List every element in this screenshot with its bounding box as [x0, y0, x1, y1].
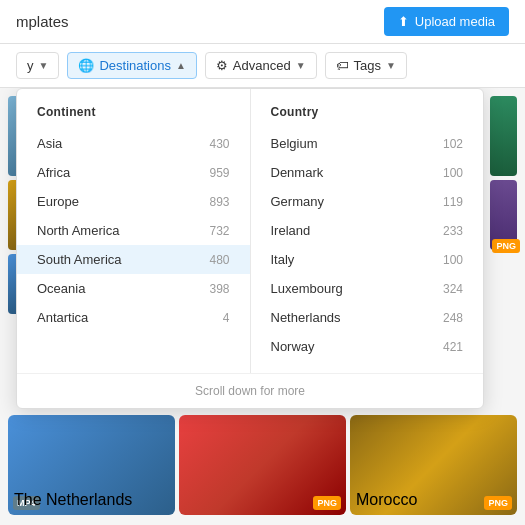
png-badge-mid: PNG — [313, 496, 341, 510]
main-content: PNG Continent Asia 430 Africa 959 Europe… — [0, 88, 525, 525]
continent-count-europe: 893 — [209, 195, 229, 209]
continent-count-asia: 430 — [209, 137, 229, 151]
continent-count-antartica: 4 — [223, 311, 230, 325]
country-name-denmark: Denmark — [271, 165, 324, 180]
continent-item-north-america[interactable]: North America 732 — [17, 216, 250, 245]
continent-name-south-america: South America — [37, 252, 122, 267]
continent-item-south-america[interactable]: South America 480 — [17, 245, 250, 274]
country-name-luxembourg: Luxembourg — [271, 281, 343, 296]
sliders-icon: ⚙ — [216, 58, 228, 73]
country-item-ireland[interactable]: Ireland 233 — [251, 216, 484, 245]
continent-item-africa[interactable]: Africa 959 — [17, 158, 250, 187]
thumbnail-flower-fields[interactable]: PNG — [179, 415, 346, 515]
country-item-luxembourg[interactable]: Luxembourg 324 — [251, 274, 484, 303]
continent-name-europe: Europe — [37, 194, 79, 209]
tag-icon: 🏷 — [336, 58, 349, 73]
filter-type-label: y — [27, 58, 34, 73]
country-name-germany: Germany — [271, 194, 324, 209]
thumbnail-netherlands[interactable]: MP4 The Netherlands — [8, 415, 175, 515]
thumbnail-row: MP4 The Netherlands PNG PNG Morocco — [0, 415, 525, 525]
continent-name-north-america: North America — [37, 223, 119, 238]
thumbnail-morocco[interactable]: PNG Morocco — [350, 415, 517, 515]
filter-type-button[interactable]: y ▼ — [16, 52, 59, 79]
country-item-belgium[interactable]: Belgium 102 — [251, 129, 484, 158]
png-badge-morocco: PNG — [484, 496, 512, 510]
country-item-germany[interactable]: Germany 119 — [251, 187, 484, 216]
page-title: mplates — [16, 13, 69, 30]
globe-icon: 🌐 — [78, 58, 94, 73]
continent-name-asia: Asia — [37, 136, 62, 151]
country-count-netherlands: 248 — [443, 311, 463, 325]
chevron-up-icon: ▲ — [176, 60, 186, 71]
continent-count-oceania: 398 — [209, 282, 229, 296]
country-item-denmark[interactable]: Denmark 100 — [251, 158, 484, 187]
thumbnail-morocco-label: Morocco — [356, 491, 417, 509]
chevron-down-icon: ▼ — [39, 60, 49, 71]
continent-item-antartica[interactable]: Antartica 4 — [17, 303, 250, 332]
country-column: Country Belgium 102 Denmark 100 Germany … — [251, 89, 484, 373]
continent-column: Continent Asia 430 Africa 959 Europe 893… — [17, 89, 251, 373]
country-count-belgium: 102 — [443, 137, 463, 151]
country-count-germany: 119 — [443, 195, 463, 209]
continent-name-oceania: Oceania — [37, 281, 85, 296]
country-name-norway: Norway — [271, 339, 315, 354]
chevron-down-icon-2: ▼ — [296, 60, 306, 71]
filter-bar: y ▼ 🌐 Destinations ▲ ⚙ Advanced ▼ 🏷 Tags… — [0, 44, 525, 88]
filter-tags-button[interactable]: 🏷 Tags ▼ — [325, 52, 407, 79]
country-item-italy[interactable]: Italy 100 — [251, 245, 484, 274]
header: mplates ⬆ Upload media — [0, 0, 525, 44]
dropdown-columns: Continent Asia 430 Africa 959 Europe 893… — [17, 89, 483, 373]
country-column-header: Country — [251, 101, 484, 129]
country-item-netherlands[interactable]: Netherlands 248 — [251, 303, 484, 332]
continent-item-europe[interactable]: Europe 893 — [17, 187, 250, 216]
continent-name-antartica: Antartica — [37, 310, 88, 325]
filter-tags-label: Tags — [354, 58, 381, 73]
continent-column-header: Continent — [17, 101, 250, 129]
upload-label: Upload media — [415, 14, 495, 29]
country-count-denmark: 100 — [443, 166, 463, 180]
right-thumb-1: PNG — [490, 96, 517, 176]
continent-item-asia[interactable]: Asia 430 — [17, 129, 250, 158]
country-name-belgium: Belgium — [271, 136, 318, 151]
country-item-norway[interactable]: Norway 421 — [251, 332, 484, 361]
thumbnail-netherlands-label: The Netherlands — [14, 491, 132, 509]
filter-destinations-button[interactable]: 🌐 Destinations ▲ — [67, 52, 196, 79]
continent-count-africa: 959 — [209, 166, 229, 180]
filter-advanced-button[interactable]: ⚙ Advanced ▼ — [205, 52, 317, 79]
destinations-dropdown: Continent Asia 430 Africa 959 Europe 893… — [16, 88, 484, 409]
filter-destinations-label: Destinations — [99, 58, 171, 73]
country-name-italy: Italy — [271, 252, 295, 267]
country-count-ireland: 233 — [443, 224, 463, 238]
continent-item-oceania[interactable]: Oceania 398 — [17, 274, 250, 303]
country-name-ireland: Ireland — [271, 223, 311, 238]
upload-icon: ⬆ — [398, 14, 409, 29]
country-name-netherlands: Netherlands — [271, 310, 341, 325]
right-image-strip: PNG — [490, 88, 525, 258]
continent-count-south-america: 480 — [209, 253, 229, 267]
upload-button[interactable]: ⬆ Upload media — [384, 7, 509, 36]
continent-count-north-america: 732 — [209, 224, 229, 238]
png-badge-right: PNG — [492, 239, 520, 253]
filter-advanced-label: Advanced — [233, 58, 291, 73]
scroll-hint: Scroll down for more — [17, 373, 483, 408]
country-count-luxembourg: 324 — [443, 282, 463, 296]
continent-name-africa: Africa — [37, 165, 70, 180]
country-count-italy: 100 — [443, 253, 463, 267]
chevron-down-icon-3: ▼ — [386, 60, 396, 71]
country-count-norway: 421 — [443, 340, 463, 354]
